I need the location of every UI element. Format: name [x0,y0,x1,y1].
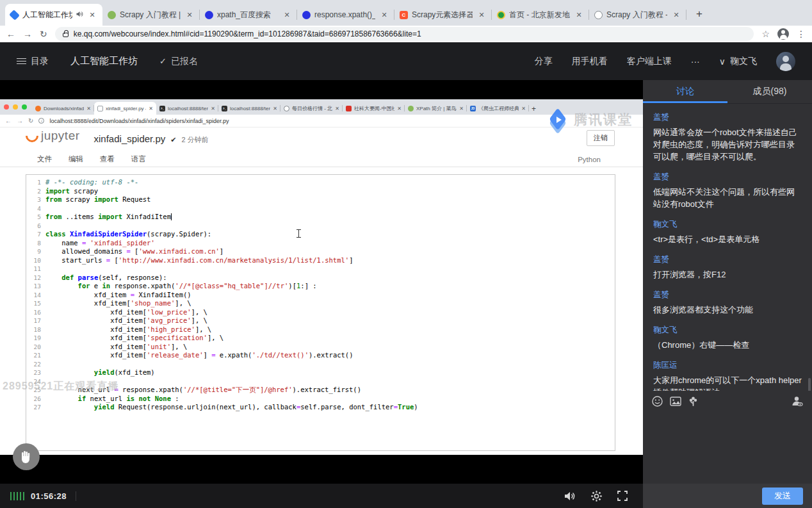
inner-browser-tab: XPath 简介 | 菜鸟教程✕ [405,102,467,115]
tab-close-icon[interactable]: ✕ [379,10,389,20]
live-signal-icon [10,492,24,500]
url-text[interactable]: ke.qq.com/webcourse/index.html#cid=11902… [74,29,421,38]
tab-members[interactable]: 成员(98) [727,80,812,103]
jupyter-filename[interactable]: xinfadi_spider.py [94,133,166,144]
reload-icon[interactable]: ↻ [40,29,47,39]
text-ibeam-cursor [296,229,301,238]
line-number: 3 [26,195,45,204]
chat-text: 低端网站不关注这个问题，所以有些网站没有robot文件 [653,186,802,210]
chat-input-area[interactable] [643,411,812,484]
chat-message: 鞠文飞<tr>是表行，<td>是表单元格 [653,219,802,245]
baidu-favicon-icon [205,11,213,19]
tab-label: xpath_百度搜索 [217,10,278,20]
profile-icon[interactable] [777,28,789,40]
site-info-icon: i [38,118,44,124]
tab-close-icon[interactable]: ✕ [282,10,292,20]
browser-tab[interactable]: xpath_百度搜索✕ [200,4,297,26]
maximize-window-icon [22,104,27,110]
code-text: xfd_item['shop_name'], \ [45,299,191,308]
more-button[interactable]: ··· [691,56,700,67]
line-number: 22 [26,360,45,369]
new-tab-button[interactable]: + [690,6,708,24]
client-class-button[interactable]: 客户端上课 [627,56,672,67]
inner-tab-label: localhost:8888/terminals [168,106,208,111]
bookmark-star-icon[interactable]: ☆ [761,29,770,39]
line-number: 1 [26,178,45,187]
chat-text: 大家用chrome的可以下一个xpath helper插件帮助理解语法 [653,374,802,391]
code-editor[interactable]: 1# -*- coding: utf-8 -*-2import scrapy3f… [26,174,615,451]
chat-scrollbar[interactable] [808,378,811,391]
user-menu[interactable]: ∨ 鞠文飞 [719,56,757,67]
chat-toolbar [643,391,812,411]
tab-close-icon[interactable]: ✕ [671,10,681,20]
tab-close-icon[interactable]: ✕ [574,10,584,20]
line-number: 17 [26,316,45,325]
menu-file[interactable]: 文件 [37,154,52,164]
send-button[interactable]: 发送 [762,488,803,505]
last-saved-time: 2 分钟前 [182,135,209,145]
image-icon[interactable] [670,397,681,406]
line-number: 9 [26,247,45,256]
chat-message: 陈匡运大家用chrome的可以下一个xpath helper插件帮助理解语法 [653,360,802,391]
course-header: 目录 人工智能工作坊 ✓ 已报名 分享 用手机看 客户端上课 ··· ∨ 鞠文飞 [0,42,812,80]
back-icon[interactable]: ← [6,29,15,39]
csdn-favicon-icon: C [400,11,408,19]
share-button[interactable]: 分享 [535,56,553,67]
avatar[interactable] [776,52,795,71]
flower-icon[interactable] [688,396,698,407]
tab-discussion[interactable]: 讨论 [643,80,727,103]
forward-icon[interactable]: → [23,29,32,39]
tab-label: Scrapy 入门教程 | 菜鸟 [120,10,181,20]
code-line: 18 xfd_item['high_price'], \ [26,325,615,334]
tab-close-icon[interactable]: ✕ [476,10,487,20]
chat-message-list[interactable]: 盖赟网站通常会放一个robot文件来描述自己对爬虫的态度，明确告诉对方哪些目录可… [643,104,812,391]
menu-view[interactable]: 查看 [100,154,115,164]
code-text: # -*- coding: utf-8 -*- [45,178,138,187]
browser-tab[interactable]: Scrapy 入门教程 | 菜鸟✕ [102,4,200,26]
code-line: 12 def parse(self, response): [26,274,615,283]
sidebar-tabs: 讨论 成员(98) [643,80,812,104]
line-number: 20 [26,343,45,352]
settings-gear-icon[interactable] [591,491,602,502]
code-line: 14 xfd_item = XinfadiItem() [26,291,615,300]
presenter-only-icon[interactable] [792,396,803,407]
watch-on-phone-button[interactable]: 用手机看 [572,56,608,67]
browser-tab[interactable]: response.xpath()_百度✕ [297,4,394,26]
browser-tab[interactable]: Scrapy 入门教程 - Elliso✕ [589,4,686,26]
volume-icon[interactable] [564,491,576,501]
chat-username: 盖赟 [653,290,802,300]
line-number: 12 [26,274,45,283]
logout-button[interactable]: 注销 [587,130,615,146]
tab-audio-icon[interactable] [76,10,83,19]
code-text: xfd_item['low_price'], \ [45,308,207,317]
menu-language[interactable]: 语言 [131,154,146,164]
inner-browser-tab: 社科大要闻-中国社会科学✕ [343,102,405,115]
code-line: 26 if next_url is not None : [26,395,615,404]
raise-hand-button[interactable] [13,443,40,470]
browser-tab[interactable]: 人工智能工作坊✕ [5,4,102,26]
inner-forward-icon: → [17,117,23,124]
browser-menu-icon[interactable]: ⋮ [797,29,806,39]
code-text: start_urls = ['http://www.xinfadi.com.cn… [45,256,353,265]
toc-button[interactable]: 目录 [17,56,49,67]
tclass-favicon-icon [9,10,20,20]
tab-label: Scrapy 入门教程 - Elliso [606,10,667,20]
menu-edit[interactable]: 编辑 [69,154,83,164]
tab-close-icon[interactable]: ✕ [184,10,195,20]
fullscreen-icon[interactable] [617,491,628,501]
code-line: 10 start_urls = ['http://www.xinfadi.com… [26,256,615,265]
browser-tab[interactable]: 首页 - 北京新发地市场✕ [492,4,589,26]
inner-tab-label: localhost:8888/terminals [230,106,270,111]
line-number: 10 [26,256,45,265]
code-line: 16 xfd_item['low_price'], \ [26,308,615,317]
tab-close-icon[interactable]: ✕ [87,10,97,20]
url-omnibox[interactable]: ke.qq.com/webcourse/index.html#cid=11902… [55,27,754,41]
code-line: 4 [26,204,615,213]
inner-tab-close-icon: ✕ [397,106,402,111]
emoji-icon[interactable] [652,396,663,407]
jupyter-logo-icon: jupyter [26,129,80,143]
browser-tab[interactable]: CScrapy元素选择器Xpat✕ [394,4,492,26]
hand-icon [20,450,33,464]
chevron-down-icon: ∨ [719,56,726,67]
video-player[interactable]: Downloads/xinfadi/✕xinfadi_spider.py - J… [0,80,643,484]
